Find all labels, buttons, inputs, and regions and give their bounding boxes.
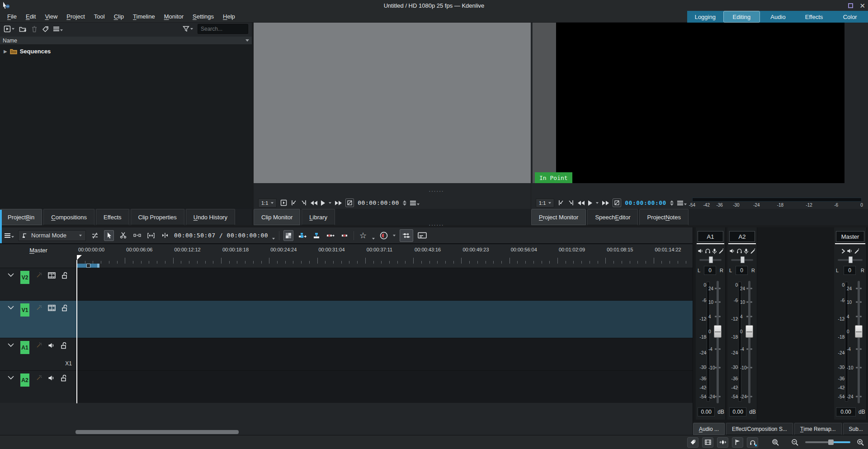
filmstrip-toggle-button[interactable] <box>702 437 713 448</box>
clip-monitor-tab-library[interactable]: Library <box>302 209 335 225</box>
favorite-effects-button[interactable]: ☆ <box>358 230 368 241</box>
workspace-tab-editing[interactable]: Editing <box>723 11 760 23</box>
mixer-strip-name[interactable]: A2 <box>729 231 755 242</box>
mixer-tab-audio[interactable]: Audio ... <box>693 423 725 435</box>
chevron-down-icon[interactable] <box>7 305 14 310</box>
lift-zone-button[interactable] <box>340 230 349 241</box>
timeline-ruler[interactable]: 00:00:00:0000:00:06:0600:00:12:1200:00:1… <box>77 244 693 268</box>
track-row-a1[interactable]: A1 X1 <box>0 338 693 370</box>
timeline-zoom-slider[interactable] <box>805 441 850 443</box>
timeline-timecode[interactable]: 00:00:50:07 / 00:00:00:00 <box>174 232 268 239</box>
bin-column-header[interactable]: Name <box>0 37 252 45</box>
rewind-icon[interactable] <box>311 201 317 205</box>
track-lane-a2[interactable] <box>77 371 693 403</box>
zone-end-handle[interactable] <box>97 264 99 268</box>
mute-icon[interactable] <box>847 248 853 254</box>
bin-tree[interactable]: ▶ Sequences <box>0 45 252 209</box>
clip-monitor-menu-button[interactable] <box>410 201 420 205</box>
selection-tool-button[interactable] <box>104 230 114 241</box>
mixer-tab-time-remap[interactable]: Time Remap... <box>794 423 842 435</box>
timeline-edit-icon[interactable] <box>90 230 100 241</box>
volume-fader[interactable] <box>748 281 750 403</box>
track-header-v1[interactable]: V1 <box>0 301 77 338</box>
clip-monitor-video[interactable] <box>254 23 531 183</box>
chevron-down-icon[interactable] <box>7 342 14 348</box>
clip-zoom-combo[interactable]: 1:1 <box>258 199 277 208</box>
mixer-strip-buttons[interactable] <box>696 247 725 255</box>
favorite-dropdown-icon[interactable] <box>372 238 375 240</box>
fit-zoom-button[interactable] <box>146 230 156 241</box>
menu-monitor[interactable]: Monitor <box>160 11 188 22</box>
timecode-spinner[interactable] <box>403 200 406 206</box>
track-lane-v2[interactable] <box>77 268 693 300</box>
panel-tab-undo-history[interactable]: Undo History <box>186 209 235 225</box>
panel-tab-effects[interactable]: Effects <box>96 209 129 225</box>
record-button[interactable] <box>379 230 389 241</box>
mixer-strip-name[interactable]: A1 <box>698 231 723 242</box>
mute-icon[interactable] <box>698 248 703 254</box>
track-badge[interactable]: A2 <box>20 373 29 387</box>
mixer-toggle-button[interactable] <box>400 229 413 242</box>
zone-handle[interactable] <box>86 264 90 268</box>
effects-pen-icon[interactable] <box>750 248 755 254</box>
balance-value[interactable]: 0 <box>844 266 856 275</box>
project-monitor-tab-speech-editor[interactable]: Speech Editor <box>587 209 638 225</box>
balance-value[interactable]: 0 <box>736 266 748 275</box>
track-badge[interactable]: A1 <box>20 341 29 354</box>
set-zone-out-icon[interactable] <box>568 199 574 206</box>
lock-open-icon[interactable] <box>61 375 66 382</box>
bin-menu-button[interactable] <box>53 27 63 31</box>
add-clip-dropdown-icon[interactable] <box>12 28 14 30</box>
collapse-chevron-icon[interactable] <box>841 248 845 254</box>
bin-folder-sequences[interactable]: ▶ Sequences <box>0 47 252 55</box>
chevron-down-icon[interactable] <box>7 272 14 278</box>
spacer-tool-button[interactable] <box>132 230 142 241</box>
video-track-icon[interactable] <box>48 272 56 279</box>
column-sort-icon[interactable] <box>245 39 249 42</box>
track-badge[interactable]: V2 <box>20 271 29 284</box>
track-row-v2[interactable]: V2 <box>0 268 693 300</box>
set-zone-in-icon[interactable] <box>558 199 564 206</box>
workspace-tab-color[interactable]: Color <box>832 11 868 23</box>
subtitle-toggle-button[interactable] <box>417 230 427 241</box>
zoom-in-button[interactable] <box>857 439 864 446</box>
set-zone-out-icon[interactable] <box>301 199 307 206</box>
gain-value[interactable]: 0.00 <box>698 407 715 416</box>
create-folder-button[interactable] <box>19 26 27 33</box>
track-compositing-button[interactable] <box>283 230 293 241</box>
track-lane-v1[interactable] <box>77 301 693 338</box>
effects-wand-icon[interactable] <box>35 272 42 279</box>
mixer-strip-buttons[interactable] <box>834 247 866 255</box>
playhead[interactable] <box>76 260 77 403</box>
play-icon[interactable] <box>321 200 325 206</box>
mute-icon[interactable] <box>729 248 735 254</box>
project-monitor-tab-project-monitor[interactable]: Project Monitor <box>531 209 586 225</box>
filter-dropdown-icon[interactable] <box>190 28 193 30</box>
lock-open-icon[interactable] <box>61 342 66 349</box>
video-track-icon[interactable] <box>48 305 56 311</box>
solo-headphones-icon[interactable] <box>736 248 742 254</box>
volume-fader[interactable] <box>858 281 860 403</box>
fader-handle[interactable] <box>745 325 753 338</box>
clip-zone-play-icon[interactable] <box>280 199 287 206</box>
overwrite-zone-button[interactable] <box>311 230 321 241</box>
keyframes-toggle-button[interactable] <box>717 437 728 448</box>
project-monitor-tab-project-notes[interactable]: Project Notes <box>639 209 688 225</box>
timeline-zone-bar[interactable] <box>77 264 99 268</box>
add-clip-button[interactable] <box>4 25 14 33</box>
menu-help[interactable]: Help <box>218 11 240 22</box>
playhead-flag[interactable] <box>77 255 82 260</box>
timecode-dropdown-icon[interactable] <box>272 238 275 240</box>
rewind-icon[interactable] <box>578 201 585 205</box>
record-mic-icon[interactable] <box>744 248 749 254</box>
menu-view[interactable]: View <box>40 11 62 22</box>
track-lane-a1[interactable] <box>77 338 693 370</box>
workspace-tab-logging[interactable]: Logging <box>687 11 723 23</box>
timecode-spinner[interactable] <box>670 200 674 206</box>
workspace-tab-effects[interactable]: Effects <box>796 11 832 23</box>
timeline-menu-button[interactable] <box>5 233 14 238</box>
zoom-out-button[interactable] <box>791 439 799 446</box>
project-monitor-menu-button[interactable] <box>677 201 687 205</box>
track-header-v2[interactable]: V2 <box>0 268 77 300</box>
panel-tab-clip-properties[interactable]: Clip Properties <box>131 209 184 225</box>
